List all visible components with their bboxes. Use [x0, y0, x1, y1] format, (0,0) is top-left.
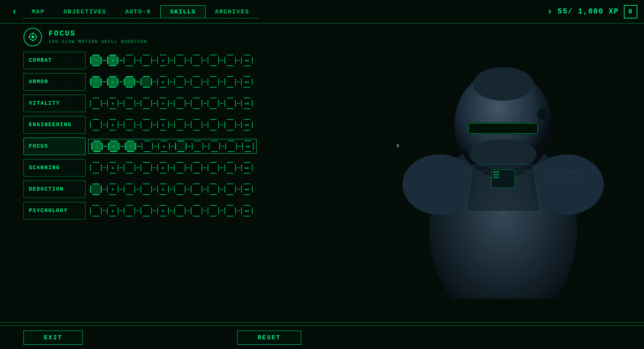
- node[interactable]: [224, 98, 236, 109]
- skill-row-vitality[interactable]: VITALITY ▲ ▲: [23, 93, 252, 113]
- node[interactable]: [208, 55, 219, 66]
- node[interactable]: ▲▲: [241, 55, 253, 66]
- connector: [220, 167, 223, 168]
- node[interactable]: ▲▲: [241, 184, 253, 195]
- node[interactable]: [124, 162, 135, 173]
- node[interactable]: ▲: [107, 162, 118, 173]
- node-selected[interactable]: [175, 141, 186, 152]
- node[interactable]: [224, 205, 236, 216]
- node[interactable]: ▲: [107, 98, 118, 109]
- node[interactable]: [174, 98, 185, 109]
- node[interactable]: [141, 184, 152, 195]
- node[interactable]: [191, 119, 202, 131]
- tab-objectives[interactable]: OBJECTIVES: [54, 6, 116, 18]
- node[interactable]: ▲: [107, 205, 118, 216]
- skill-row-armor[interactable]: ARMOR = ▲ = ▲: [23, 72, 252, 92]
- node[interactable]: =: [124, 76, 135, 88]
- node[interactable]: [90, 119, 102, 131]
- node[interactable]: [124, 55, 135, 66]
- node[interactable]: [90, 98, 102, 109]
- node[interactable]: [224, 55, 236, 66]
- node[interactable]: ▲: [107, 76, 118, 88]
- nav-prev-arrow[interactable]: ‹: [7, 6, 22, 17]
- skill-row-engineering[interactable]: ENGINEERING ▲ ▲: [23, 115, 252, 135]
- nav-next-arrow[interactable]: ›: [542, 6, 558, 17]
- node[interactable]: ▲: [157, 119, 169, 131]
- skill-row-combat[interactable]: COMBAT = ▲ ▲: [23, 50, 252, 70]
- node[interactable]: [174, 162, 185, 173]
- node[interactable]: [191, 98, 202, 109]
- node[interactable]: [208, 205, 219, 216]
- node[interactable]: [192, 141, 203, 152]
- node[interactable]: [142, 141, 153, 152]
- node[interactable]: [141, 76, 152, 88]
- node[interactable]: [209, 141, 220, 152]
- node[interactable]: ▲: [157, 55, 169, 66]
- node[interactable]: [191, 205, 202, 216]
- node[interactable]: [224, 184, 236, 195]
- node[interactable]: [141, 98, 152, 109]
- node[interactable]: =: [90, 76, 102, 88]
- node[interactable]: [224, 76, 236, 88]
- node[interactable]: ▲: [157, 76, 169, 88]
- node[interactable]: [191, 55, 202, 66]
- node[interactable]: [90, 162, 102, 173]
- node[interactable]: [124, 205, 135, 216]
- node[interactable]: [191, 76, 202, 88]
- tab-skills[interactable]: SKILLS: [160, 5, 206, 18]
- node[interactable]: ▲: [107, 184, 118, 195]
- node[interactable]: ▲: [107, 55, 118, 66]
- node[interactable]: [174, 184, 185, 195]
- node[interactable]: ▲▲: [241, 119, 253, 131]
- node[interactable]: [191, 184, 202, 195]
- node[interactable]: [124, 119, 135, 131]
- node[interactable]: [208, 184, 219, 195]
- svg-point-13: [473, 67, 533, 101]
- node[interactable]: [141, 55, 152, 66]
- node[interactable]: ▲: [108, 141, 119, 152]
- node[interactable]: ▲▲: [241, 76, 253, 88]
- node[interactable]: ▲▲: [241, 205, 253, 216]
- node[interactable]: ▲: [157, 205, 169, 216]
- node[interactable]: ▲: [157, 98, 169, 109]
- node[interactable]: [191, 162, 202, 173]
- node[interactable]: [208, 76, 219, 88]
- skill-row-deduction[interactable]: DEDUCTION ▲ ▲: [23, 179, 252, 199]
- node[interactable]: [208, 162, 219, 173]
- connector: [220, 60, 223, 61]
- node[interactable]: [208, 119, 219, 131]
- reset-button[interactable]: RESET: [237, 331, 301, 345]
- node[interactable]: [174, 119, 185, 131]
- node[interactable]: [90, 205, 102, 216]
- node[interactable]: =: [125, 141, 136, 152]
- tab-archives[interactable]: ARCHIVES: [206, 6, 259, 18]
- tab-auto9[interactable]: AUTO-9: [116, 6, 160, 18]
- node[interactable]: =: [90, 55, 102, 66]
- skill-row-scanning[interactable]: SCANNING ▲ ▲: [23, 158, 252, 178]
- node[interactable]: ▲: [157, 184, 169, 195]
- node[interactable]: =: [91, 141, 103, 152]
- tab-map[interactable]: MAP: [22, 6, 54, 18]
- connector: [186, 167, 190, 168]
- exit-button[interactable]: EXIT: [23, 331, 83, 345]
- node[interactable]: [208, 98, 219, 109]
- node[interactable]: [141, 119, 152, 131]
- node[interactable]: [174, 55, 185, 66]
- node[interactable]: [141, 205, 152, 216]
- skill-row-psychology[interactable]: PSYCHOLOGY ▲ ▲: [23, 201, 252, 221]
- node[interactable]: ▲▲: [241, 162, 253, 173]
- node[interactable]: [90, 184, 102, 195]
- node[interactable]: ▲: [157, 162, 169, 173]
- node[interactable]: [224, 119, 236, 131]
- node[interactable]: [174, 205, 185, 216]
- node[interactable]: ▲▲: [241, 98, 253, 109]
- node[interactable]: [124, 184, 135, 195]
- node[interactable]: [224, 162, 236, 173]
- node[interactable]: [141, 162, 152, 173]
- node[interactable]: [174, 76, 185, 88]
- node[interactable]: [124, 98, 135, 109]
- skill-row-focus[interactable]: FOCUS = ▲ = ▲: [23, 136, 252, 156]
- node[interactable]: ▲: [158, 141, 170, 152]
- node[interactable]: [225, 141, 237, 152]
- node[interactable]: ▲: [107, 119, 118, 131]
